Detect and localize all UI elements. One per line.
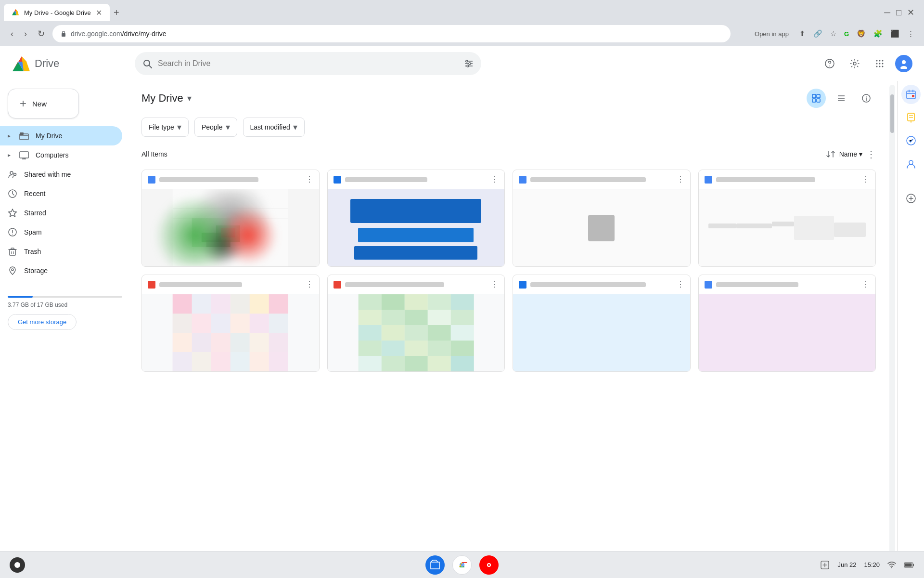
- taskbar-chrome-app[interactable]: [452, 555, 472, 575]
- back-btn[interactable]: ‹: [8, 27, 16, 41]
- sidebar-storage-label: Storage: [24, 267, 48, 275]
- contacts-panel-btn[interactable]: [901, 154, 921, 173]
- add-apps-btn[interactable]: [901, 189, 921, 208]
- brave-btn[interactable]: 🦁: [855, 27, 868, 40]
- file-more-btn-6[interactable]: ⋮: [491, 280, 499, 289]
- chrome-menu-btn[interactable]: ⋮: [905, 27, 916, 40]
- sidebar-item-storage[interactable]: Storage: [0, 261, 122, 280]
- file-card-7[interactable]: ⋮: [513, 275, 691, 372]
- file-type-filter[interactable]: File type ▾: [141, 118, 189, 137]
- scrollbar-thumb[interactable]: [890, 94, 894, 133]
- screenshot-btn[interactable]: ⬆: [797, 27, 808, 40]
- svg-point-48: [12, 269, 13, 271]
- file-card-4[interactable]: ⋮: [698, 170, 876, 267]
- bookmark-btn[interactable]: ☆: [828, 27, 838, 40]
- tasks-panel-btn[interactable]: [901, 131, 921, 150]
- taskbar-ytmusic-app[interactable]: [479, 555, 499, 575]
- svg-rect-79: [269, 314, 288, 333]
- sidebar-item-computers[interactable]: ▸ Computers: [0, 145, 122, 165]
- url-box[interactable]: drive.google.com/drive/my-drive: [52, 25, 731, 42]
- new-tab-button[interactable]: +: [110, 5, 123, 20]
- file-more-btn-3[interactable]: ⋮: [677, 175, 684, 184]
- expand-arrow: ▸: [8, 132, 11, 139]
- list-view-btn[interactable]: [832, 89, 851, 108]
- file-more-btn-7[interactable]: ⋮: [677, 280, 684, 289]
- file-card-2[interactable]: ⋮: [327, 170, 505, 267]
- share-btn[interactable]: 🔗: [811, 27, 824, 40]
- open-in-app-btn[interactable]: Open in app: [739, 28, 794, 39]
- recording-indicator[interactable]: [10, 557, 25, 573]
- svg-point-128: [909, 160, 913, 164]
- minimize-btn[interactable]: ─: [884, 8, 890, 18]
- active-tab[interactable]: My Drive - Google Drive ✕: [4, 4, 110, 21]
- grid-view-btn[interactable]: [807, 89, 826, 108]
- filter-sliders-icon[interactable]: [464, 59, 474, 68]
- file-card-3[interactable]: ⋮: [513, 170, 691, 267]
- file-card-6[interactable]: ⋮: [327, 275, 505, 372]
- get-more-storage-btn[interactable]: Get more storage: [8, 314, 77, 330]
- maximize-btn[interactable]: □: [896, 8, 901, 18]
- file-more-btn-8[interactable]: ⋮: [862, 280, 870, 289]
- close-tab-btn[interactable]: ✕: [96, 8, 102, 17]
- taskbar-upload-icon[interactable]: [820, 560, 830, 570]
- svg-rect-76: [211, 314, 231, 333]
- svg-rect-96: [427, 294, 450, 310]
- sidebar-item-trash[interactable]: Trash: [0, 242, 122, 261]
- file-more-btn-2[interactable]: ⋮: [491, 175, 499, 184]
- drive-title[interactable]: My Drive ▾: [141, 92, 192, 105]
- sidebar-item-my-drive[interactable]: ▸ My Drive: [0, 126, 122, 145]
- grammarly-btn[interactable]: G: [842, 28, 851, 39]
- new-button[interactable]: + New: [8, 89, 79, 118]
- forward-btn[interactable]: ›: [21, 27, 30, 41]
- sidebar-item-starred[interactable]: Starred: [0, 203, 122, 223]
- svg-rect-105: [404, 325, 427, 341]
- svg-rect-89: [231, 352, 250, 371]
- svg-rect-69: [192, 294, 211, 314]
- sort-area: Name ▾ ⋮: [826, 148, 876, 160]
- scrollbar[interactable]: [889, 85, 895, 574]
- file-card-5[interactable]: ⋮: [141, 275, 320, 372]
- help-btn[interactable]: [820, 54, 839, 73]
- sidebar-item-recent[interactable]: Recent: [0, 184, 122, 203]
- search-input[interactable]: [158, 59, 458, 68]
- svg-point-30: [879, 66, 881, 67]
- reload-btn[interactable]: ↻: [35, 26, 48, 41]
- svg-rect-99: [381, 310, 404, 325]
- extensions-btn[interactable]: 🧩: [872, 27, 885, 40]
- file-card-8[interactable]: ⋮: [698, 275, 876, 372]
- file-more-btn-5[interactable]: ⋮: [306, 280, 313, 289]
- file-more-btn-1[interactable]: ⋮: [306, 175, 313, 184]
- info-btn[interactable]: [857, 89, 876, 108]
- sidebar-toggle-btn[interactable]: ⬛: [888, 27, 901, 40]
- apps-btn[interactable]: [870, 54, 889, 73]
- sort-down-icon[interactable]: [826, 149, 835, 159]
- file-more-btn-4[interactable]: ⋮: [862, 175, 870, 184]
- keep-panel-btn[interactable]: [901, 108, 921, 127]
- svg-rect-100: [404, 310, 427, 325]
- svg-point-44: [12, 234, 13, 235]
- svg-point-26: [876, 63, 878, 65]
- file-name-5: [159, 282, 242, 287]
- svg-rect-77: [231, 314, 250, 333]
- file-card-1[interactable]: ⋮: [141, 170, 320, 267]
- svg-point-134: [461, 564, 463, 566]
- shared-icon: [8, 170, 17, 179]
- svg-rect-81: [192, 333, 211, 352]
- calendar-panel-btn[interactable]: [901, 85, 921, 104]
- close-btn[interactable]: ✕: [907, 7, 914, 18]
- sidebar-item-shared[interactable]: Shared with me: [0, 165, 122, 184]
- search-bar[interactable]: [135, 52, 481, 75]
- sort-name-btn[interactable]: Name ▾: [839, 150, 862, 158]
- browser-actions: Open in app ⬆ 🔗 ☆ G 🦁 🧩 ⬛ ⋮: [739, 27, 916, 40]
- sidebar-item-spam[interactable]: Spam: [0, 223, 122, 242]
- svg-rect-85: [269, 333, 288, 352]
- svg-rect-111: [427, 341, 450, 356]
- svg-rect-108: [358, 341, 381, 356]
- people-filter[interactable]: People ▾: [194, 118, 237, 137]
- settings-btn[interactable]: [845, 54, 864, 73]
- sort-more-btn[interactable]: ⋮: [866, 148, 876, 160]
- taskbar-files-app[interactable]: [425, 555, 445, 575]
- user-avatar[interactable]: [895, 55, 912, 72]
- last-modified-filter[interactable]: Last modified ▾: [243, 118, 305, 137]
- spam-icon: [8, 227, 17, 237]
